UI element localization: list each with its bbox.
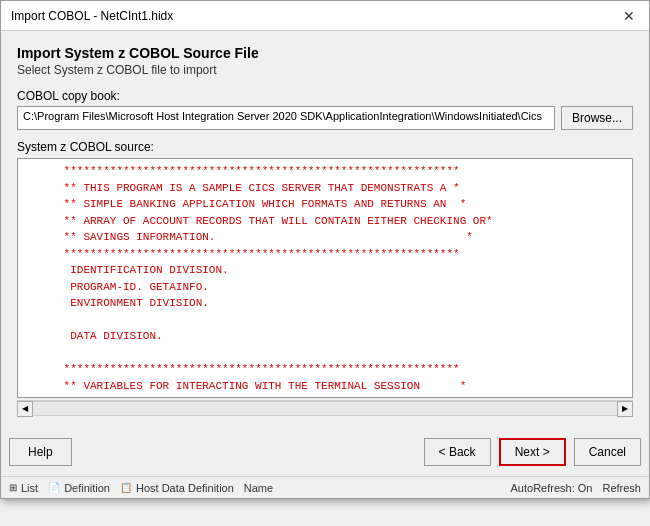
scroll-left-arrow[interactable]: ◀ — [17, 401, 33, 417]
dialog-content: Import System z COBOL Source File Select… — [1, 31, 649, 426]
status-list-item: ⊞ List — [9, 482, 38, 494]
name-label: Name — [244, 482, 273, 494]
host-data-label: Host Data Definition — [136, 482, 234, 494]
button-row: Help < Back Next > Cancel — [1, 426, 649, 476]
autorefresh-label: AutoRefresh: On — [511, 482, 593, 494]
definition-icon: 📄 — [48, 482, 60, 493]
next-button[interactable]: Next > — [499, 438, 566, 466]
title-bar: Import COBOL - NetCInt1.hidx ✕ — [1, 1, 649, 31]
list-label: List — [21, 482, 38, 494]
source-code-content: ****************************************… — [18, 159, 632, 398]
cobol-copybook-group: COBOL copy book: C:\Program Files\Micros… — [17, 89, 633, 130]
dialog-subtitle: Select System z COBOL file to import — [17, 63, 633, 77]
scroll-track[interactable] — [33, 401, 617, 416]
dialog-window: Import COBOL - NetCInt1.hidx ✕ Import Sy… — [0, 0, 650, 499]
close-button[interactable]: ✕ — [619, 6, 639, 26]
source-code-scroll[interactable]: ****************************************… — [18, 159, 632, 398]
file-path-row: C:\Program Files\Microsoft Host Integrat… — [17, 106, 633, 130]
status-definition-item: 📄 Definition — [48, 482, 110, 494]
refresh-label[interactable]: Refresh — [602, 482, 641, 494]
definition-label: Definition — [64, 482, 110, 494]
cobol-copybook-label: COBOL copy book: — [17, 89, 633, 103]
status-refresh-item[interactable]: Refresh — [602, 482, 641, 494]
back-button[interactable]: < Back — [424, 438, 491, 466]
cancel-button[interactable]: Cancel — [574, 438, 641, 466]
status-name-item: Name — [244, 482, 273, 494]
browse-button[interactable]: Browse... — [561, 106, 633, 130]
status-autorefresh-item: AutoRefresh: On — [511, 482, 593, 494]
dialog-main-title: Import System z COBOL Source File — [17, 45, 633, 61]
status-host-data-item: 📋 Host Data Definition — [120, 482, 234, 494]
horizontal-scrollbar: ◀ ▶ — [17, 400, 633, 416]
source-code-area[interactable]: ****************************************… — [17, 158, 633, 398]
source-label: System z COBOL source: — [17, 140, 633, 154]
scroll-right-arrow[interactable]: ▶ — [617, 401, 633, 417]
dialog-title: Import COBOL - NetCInt1.hidx — [11, 9, 173, 23]
dialog-header: Import System z COBOL Source File Select… — [17, 45, 633, 77]
status-bar: ⊞ List 📄 Definition 📋 Host Data Definiti… — [1, 476, 649, 498]
help-button[interactable]: Help — [9, 438, 72, 466]
list-icon: ⊞ — [9, 482, 17, 493]
file-path-display: C:\Program Files\Microsoft Host Integrat… — [17, 106, 555, 130]
host-data-icon: 📋 — [120, 482, 132, 493]
